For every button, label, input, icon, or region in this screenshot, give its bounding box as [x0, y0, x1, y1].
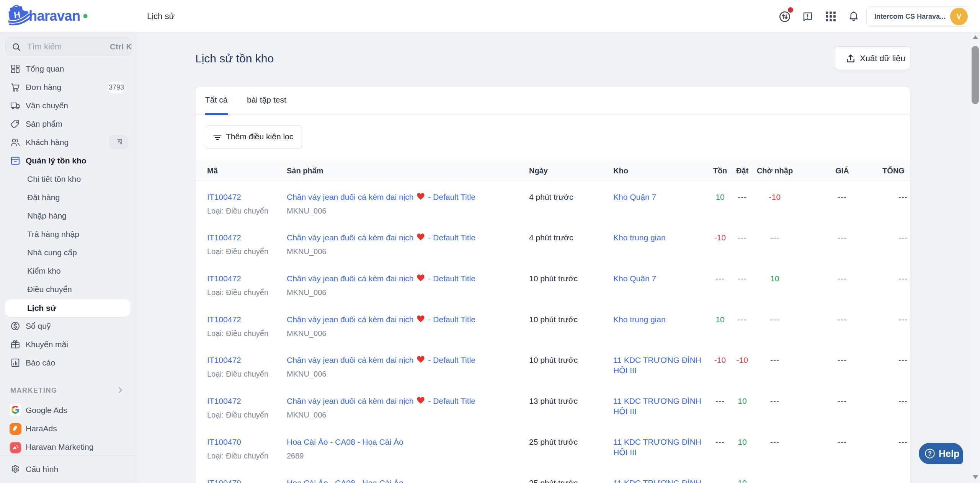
svg-text:haravan: haravan [29, 8, 80, 24]
svg-text:?: ? [928, 450, 932, 457]
